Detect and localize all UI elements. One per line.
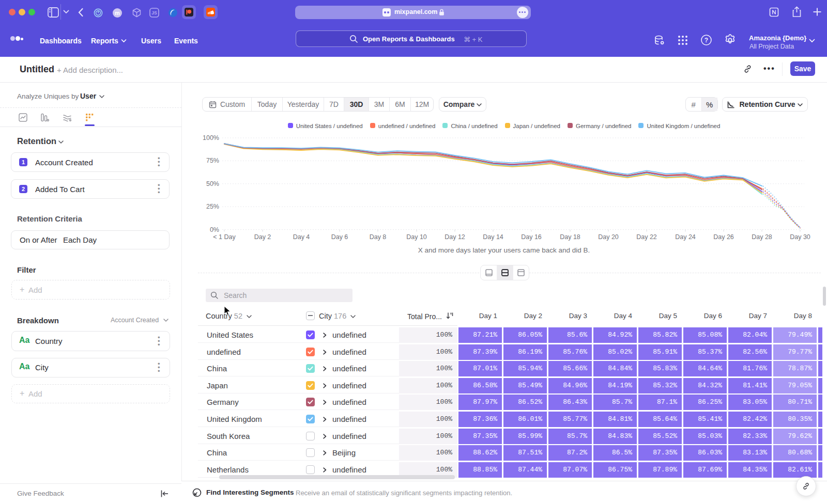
svg-text:Day 8: Day 8 (370, 233, 387, 241)
svg-text:Day 4: Day 4 (293, 233, 310, 241)
svg-text:Day 12: Day 12 (445, 233, 465, 241)
svg-text:Day 22: Day 22 (636, 233, 657, 241)
svg-text:100%: 100% (203, 134, 219, 141)
svg-text:Day 20: Day 20 (598, 233, 619, 241)
svg-text:0%: 0% (210, 226, 219, 233)
svg-text:Day 24: Day 24 (675, 233, 696, 241)
svg-text:< 1 Day: < 1 Day (213, 233, 236, 241)
svg-text:?: ? (705, 37, 708, 44)
svg-text:Day 10: Day 10 (406, 233, 427, 241)
svg-text:Day 26: Day 26 (713, 233, 734, 241)
svg-text:JS: JS (151, 10, 157, 15)
svg-text:Day 28: Day 28 (752, 233, 772, 241)
svg-text:Day 16: Day 16 (521, 233, 542, 241)
svg-text:Day 14: Day 14 (483, 233, 503, 241)
svg-text:25%: 25% (206, 203, 219, 210)
svg-text:50%: 50% (206, 180, 219, 187)
svg-text:75%: 75% (206, 157, 219, 164)
svg-text:Day 2: Day 2 (254, 233, 271, 241)
svg-text:Day 18: Day 18 (560, 233, 580, 241)
svg-text:Day 30: Day 30 (790, 233, 810, 241)
svg-text:Day 6: Day 6 (331, 233, 348, 241)
